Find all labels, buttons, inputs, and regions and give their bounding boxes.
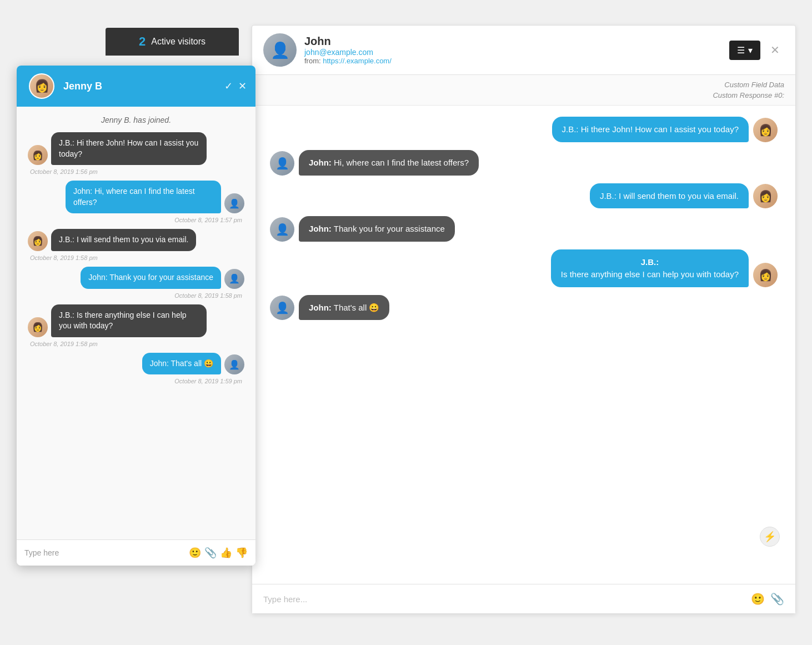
lightning-button[interactable]: ⚡ [760, 527, 780, 547]
minimize-icon[interactable]: ✓ [224, 80, 233, 92]
main-attach-icon[interactable]: 📎 [770, 592, 784, 606]
timestamp: October 8, 2019 1:56 pm [24, 168, 248, 175]
bubble-agent: J.B.: I will send them to you via email. [51, 229, 196, 251]
message-row: 👩 J.B.: I will send them to you via emai… [24, 229, 248, 251]
main-bubble-agent: J.B.: Hi there John! How can I assist yo… [552, 117, 749, 142]
main-bubble-user: John: Thank you for your assistance [299, 216, 455, 242]
main-header-actions: ☰ ▾ ✕ [729, 41, 784, 60]
bubble-user: John: That's all 😀 [142, 353, 221, 375]
close-icon[interactable]: ✕ [238, 80, 247, 92]
from-label: from: [304, 57, 321, 65]
user-avatar-small: 👤 [224, 193, 244, 213]
main-message-row: 👤 John: Thank you for your assistance [265, 216, 782, 242]
main-footer-icons: 🙂 📎 [751, 592, 784, 606]
jenny-avatar-main: 👩 [753, 263, 778, 287]
john-avatar-chat: 👤 [270, 151, 294, 176]
custom-field-label: Custom Field Data [724, 81, 784, 89]
jenny-avatar-main: 👩 [753, 118, 778, 142]
visitors-count: 2 [139, 34, 146, 49]
agent-avatar-small: 👩 [28, 317, 48, 337]
main-panel: 👤 John john@example.com from: https://.e… [252, 25, 796, 614]
main-contact-email: john@example.com [304, 48, 721, 57]
john-avatar-chat: 👤 [270, 296, 294, 320]
from-url[interactable]: https://.example.com/ [323, 57, 392, 65]
main-footer: Type here... 🙂 📎 [252, 584, 795, 613]
main-contact-name: John [304, 35, 721, 48]
chat-body: Jenny B. has joined. 👩 J.B.: Hi there Jo… [17, 107, 255, 539]
bubble-user: John: Hi, where can I find the latest of… [66, 181, 221, 213]
timestamp: October 8, 2019 1:58 pm [24, 292, 248, 299]
main-header: 👤 John john@example.com from: https://.e… [252, 26, 795, 75]
message-row: John: Hi, where can I find the latest of… [24, 181, 248, 213]
main-chat-input[interactable]: Type here... [263, 594, 751, 604]
timestamp: October 8, 2019 1:58 pm [24, 341, 248, 347]
jenny-avatar: 👩 [29, 73, 54, 99]
user-avatar-small: 👤 [224, 269, 244, 289]
message-row: John: That's all 😀 👤 [24, 353, 248, 375]
main-bubble-agent: J.B.:Is there anything else I can help y… [551, 249, 749, 287]
active-visitors-bar: 2 Active visitors [106, 28, 239, 56]
thumbup-icon[interactable]: 👍 [220, 547, 232, 559]
bubble-user: John: Thank you for your assistance [81, 267, 221, 289]
info-row-custom-field: Custom Field Data [263, 81, 784, 89]
main-bubble-agent: J.B.: I will send them to you via email. [590, 183, 749, 209]
menu-icon: ☰ [737, 45, 745, 56]
agent-avatar-small: 👩 [28, 231, 48, 251]
message-row: 👩 J.B.: Is there anything else I can hel… [24, 304, 248, 337]
message-row: John: Thank you for your assistance 👤 [24, 267, 248, 289]
main-message-row: 👤 John: That's all 😀 [265, 295, 782, 321]
visitors-label: Active visitors [151, 37, 205, 47]
main-emoji-icon[interactable]: 🙂 [751, 592, 765, 606]
main-message-row: 👤 John: Hi, where can I find the latest … [265, 150, 782, 176]
main-message-row: J.B.:Is there anything else I can help y… [265, 249, 782, 287]
dropdown-arrow: ▾ [748, 45, 753, 56]
info-bar: Custom Field Data Custom Response #0: [252, 75, 795, 106]
chat-widget-header: 👩 Jenny B ✓ ✕ [17, 66, 255, 107]
message-row: 👩 J.B.: Hi there John! How can I assist … [24, 132, 248, 165]
attach-icon[interactable]: 📎 [204, 547, 217, 559]
thumbdown-icon[interactable]: 👎 [235, 547, 248, 559]
user-avatar-small: 👤 [224, 354, 244, 374]
footer-icons: 🙂 📎 👍 👎 [189, 547, 248, 559]
jenny-avatar-main: 👩 [753, 184, 778, 208]
timestamp: October 8, 2019 1:59 pm [24, 378, 248, 384]
main-header-info: John john@example.com from: https://.exa… [304, 35, 721, 65]
timestamp: October 8, 2019 1:57 pm [24, 217, 248, 223]
agent-avatar-small: 👩 [28, 145, 48, 165]
bubble-agent: J.B.: Hi there John! How can I assist yo… [51, 132, 207, 165]
chat-widget: 👩 Jenny B ✓ ✕ Jenny B. has joined. 👩 J.B… [17, 66, 255, 566]
emoji-icon[interactable]: 🙂 [189, 547, 201, 559]
joined-text: Jenny B. has joined. [24, 116, 248, 124]
bubble-agent: J.B.: Is there anything else I can help … [51, 304, 207, 337]
menu-button[interactable]: ☰ ▾ [729, 41, 760, 60]
main-contact-from: from: https://.example.com/ [304, 57, 721, 65]
chat-input[interactable]: Type here [24, 548, 189, 557]
lightning-icon: ⚡ [764, 531, 776, 543]
main-message-row: J.B.: I will send them to you via email.… [265, 183, 782, 209]
main-chat-area: J.B.: Hi there John! How can I assist yo… [252, 106, 795, 584]
chat-footer: Type here 🙂 📎 👍 👎 [17, 539, 255, 566]
john-avatar-chat: 👤 [270, 217, 294, 242]
custom-response-label: Custom Response #0: [713, 91, 784, 99]
john-avatar-main: 👤 [263, 33, 297, 67]
timestamp: October 8, 2019 1:58 pm [24, 254, 248, 261]
main-close-button[interactable]: ✕ [766, 41, 784, 59]
info-row-custom-response: Custom Response #0: [263, 91, 784, 99]
main-bubble-user: John: Hi, where can I find the latest of… [299, 150, 479, 176]
jenny-name: Jenny B [63, 81, 219, 92]
main-message-row: J.B.: Hi there John! How can I assist yo… [265, 117, 782, 142]
main-bubble-user: John: That's all 😀 [299, 295, 389, 321]
header-actions: ✓ ✕ [224, 80, 247, 92]
